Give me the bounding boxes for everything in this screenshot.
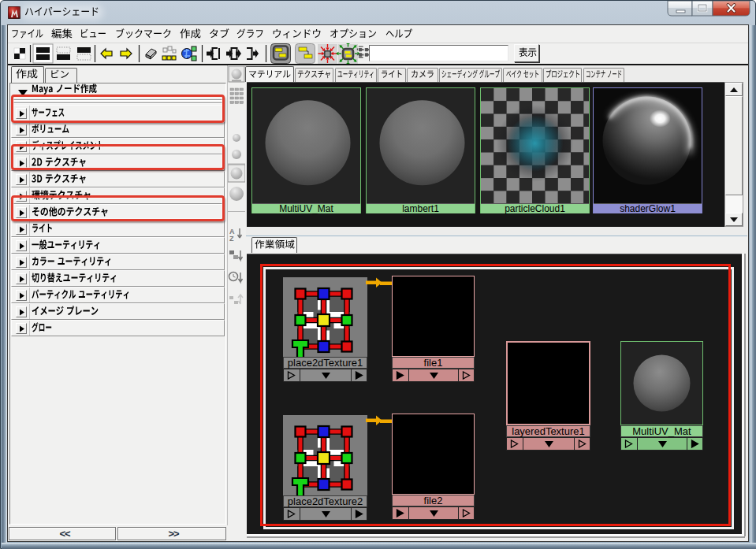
svg-text:Z: Z (229, 235, 234, 243)
